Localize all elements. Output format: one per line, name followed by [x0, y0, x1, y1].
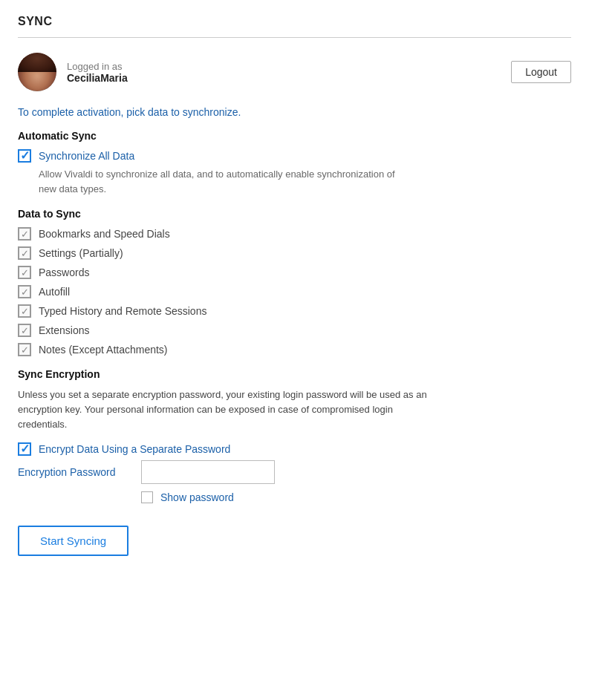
passwords-row[interactable]: ✓ Passwords — [18, 266, 571, 279]
show-password-row[interactable]: Show password — [141, 491, 571, 503]
extensions-row[interactable]: ✓ Extensions — [18, 324, 571, 337]
encrypt-data-row[interactable]: ✓ Encrypt Data Using a Separate Password — [18, 442, 571, 456]
encryption-password-row: Encryption Password — [18, 460, 571, 484]
sync-encryption-description: Unless you set a separate encryption pas… — [18, 387, 441, 432]
data-to-sync-section: Data to Sync ✓ Bookmarks and Speed Dials… — [18, 208, 571, 356]
automatic-sync-title: Automatic Sync — [18, 130, 571, 142]
sync-encryption-section: Sync Encryption Unless you set a separat… — [18, 368, 571, 503]
checkmark-icon: ✓ — [21, 268, 29, 278]
typed-history-label: Typed History and Remote Sessions — [39, 305, 206, 317]
encryption-password-input[interactable] — [141, 460, 275, 484]
checkmark-icon: ✓ — [21, 229, 29, 239]
page-title: SYNC — [18, 15, 571, 28]
bookmarks-label: Bookmarks and Speed Dials — [39, 228, 170, 240]
checkmark-icon: ✓ — [21, 307, 29, 316]
avatar — [18, 53, 56, 91]
activation-text: To complete activation, pick data to syn… — [18, 106, 571, 118]
notes-label: Notes (Except Attachments) — [39, 344, 168, 356]
passwords-label: Passwords — [39, 266, 89, 278]
synchronize-all-data-row[interactable]: ✓ Synchronize All Data — [18, 149, 571, 163]
checkmark-icon: ✓ — [21, 249, 29, 258]
encrypt-data-label: Encrypt Data Using a Separate Password — [39, 443, 230, 455]
bookmarks-checkbox[interactable]: ✓ — [18, 227, 31, 241]
show-password-checkbox[interactable] — [141, 491, 153, 503]
logged-in-as-label: Logged in as — [67, 61, 128, 72]
automatic-sync-section: Automatic Sync ✓ Synchronize All Data Al… — [18, 130, 571, 196]
passwords-checkbox[interactable]: ✓ — [18, 266, 31, 279]
logout-button[interactable]: Logout — [511, 61, 571, 83]
account-row: Logged in as CeciliaMaria Logout — [18, 53, 571, 91]
checkmark-icon: ✓ — [21, 345, 29, 355]
encrypt-data-checkbox[interactable]: ✓ — [18, 442, 31, 456]
synchronize-all-data-label: Synchronize All Data — [39, 150, 134, 162]
account-info: Logged in as CeciliaMaria — [67, 61, 128, 84]
checkmark-icon: ✓ — [20, 150, 30, 162]
show-password-label: Show password — [160, 491, 234, 503]
notes-row[interactable]: ✓ Notes (Except Attachments) — [18, 343, 571, 356]
data-to-sync-title: Data to Sync — [18, 208, 571, 220]
synchronize-all-data-checkbox[interactable]: ✓ — [18, 149, 31, 163]
settings-checkbox[interactable]: ✓ — [18, 246, 31, 260]
autofill-row[interactable]: ✓ Autofill — [18, 285, 571, 298]
checkmark-icon: ✓ — [21, 287, 29, 297]
autofill-checkbox[interactable]: ✓ — [18, 285, 31, 298]
extensions-label: Extensions — [39, 324, 89, 336]
title-divider — [18, 37, 571, 38]
typed-history-row[interactable]: ✓ Typed History and Remote Sessions — [18, 304, 571, 318]
settings-row[interactable]: ✓ Settings (Partially) — [18, 246, 571, 260]
autofill-label: Autofill — [39, 286, 70, 298]
settings-label: Settings (Partially) — [39, 247, 123, 259]
checkmark-icon: ✓ — [21, 326, 29, 336]
sync-encryption-title: Sync Encryption — [18, 368, 571, 380]
encryption-password-label: Encryption Password — [18, 466, 129, 478]
synchronize-all-data-description: Allow Vivaldi to synchronize all data, a… — [39, 167, 410, 196]
bookmarks-row[interactable]: ✓ Bookmarks and Speed Dials — [18, 227, 571, 241]
username-label: CeciliaMaria — [67, 72, 128, 84]
checkmark-icon: ✓ — [20, 443, 30, 455]
typed-history-checkbox[interactable]: ✓ — [18, 304, 31, 318]
notes-checkbox[interactable]: ✓ — [18, 343, 31, 356]
extensions-checkbox[interactable]: ✓ — [18, 324, 31, 337]
start-syncing-button[interactable]: Start Syncing — [18, 526, 128, 556]
